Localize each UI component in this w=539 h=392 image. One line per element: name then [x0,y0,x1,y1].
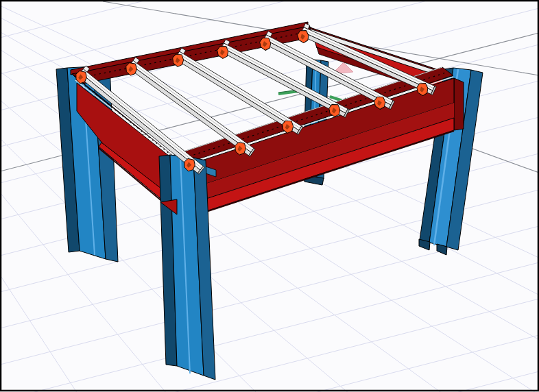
model-viewport[interactable] [0,0,539,392]
